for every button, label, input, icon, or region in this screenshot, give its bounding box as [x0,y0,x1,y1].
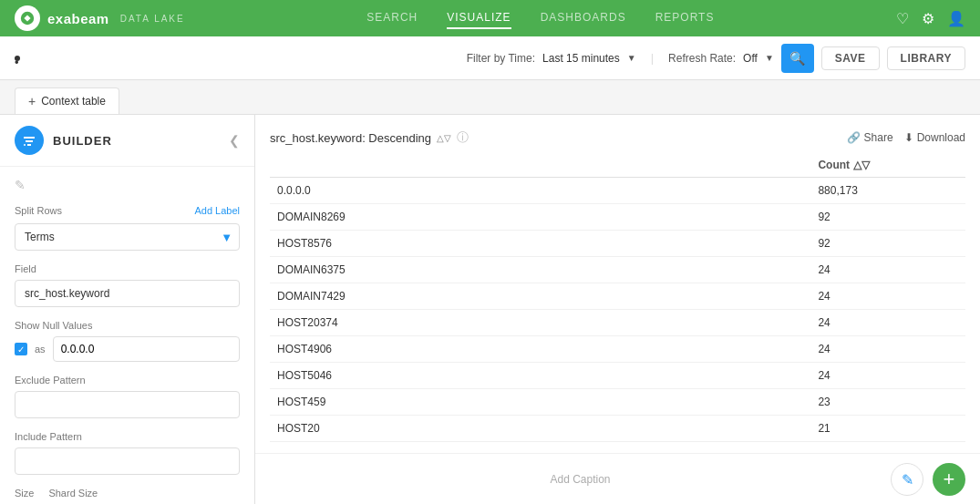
host-cell: HOST5046 [270,363,810,389]
exclude-pattern-input[interactable] [15,391,240,418]
footer-actions: ✎ + [891,463,965,496]
data-panel-header: src_host.keyword: Descending △▽ ⓘ 🔗 Shar… [270,129,965,146]
plus-icon: + [28,94,36,108]
top-navigation: exabeam DATA LAKE SEARCH VISUALIZE DASHB… [0,0,980,36]
gear-icon[interactable]: ⚙ [922,10,934,27]
count-cell: 24 [810,310,965,336]
save-button[interactable]: SAVE [821,46,880,70]
host-cell: DOMAIN7429 [270,283,810,310]
table-row: DOMAIN8269 92 [270,204,965,231]
add-fab-button[interactable]: + [933,463,965,496]
table-row: HOST5046 24 [270,363,965,389]
refresh-value[interactable]: Off [743,52,758,65]
count-cell: 24 [810,363,965,389]
host-cell: HOST20374 [270,310,810,336]
logo-icon [15,5,40,31]
toolbar-left: • [15,56,20,61]
share-link[interactable]: 🔗 Share [847,131,893,144]
table-row: DOMAIN6375 24 [270,257,965,283]
count-cell: 24 [810,257,965,283]
table-row: HOST459 23 [270,389,965,416]
field-input[interactable] [15,280,240,307]
collapse-button[interactable]: ❮ [229,133,240,148]
download-link[interactable]: ⬇ Download [904,131,965,144]
builder-title: BUILDER [53,134,220,148]
host-cell: DOMAIN6375 [270,257,810,283]
count-cell: 24 [810,336,965,363]
table-title: src_host.keyword: Descending △▽ ⓘ [270,129,469,146]
include-pattern-section: Include Pattern [0,431,254,488]
edit-icon[interactable]: ✎ [0,167,254,192]
nav-reports[interactable]: REPORTS [655,7,715,29]
main-nav: SEARCH VISUALIZE DASHBOARDS REPORTS [366,7,714,29]
main-content: BUILDER ❮ ✎ Split Rows Add Label Terms ▼… [0,115,980,504]
filter-label: Filter by Time: [467,52,535,65]
show-null-label: Show Null Values [15,320,240,331]
split-rows-section: Split Rows Add Label Terms ▼ [0,192,254,263]
table-row: HOST20 21 [270,416,965,442]
info-icon[interactable]: ⓘ [457,129,469,146]
edit-fab-button[interactable]: ✎ [891,463,923,496]
exclude-pattern-section: Exclude Pattern [0,375,254,431]
field-section: Field [0,263,254,320]
download-icon: ⬇ [904,131,913,144]
col-count[interactable]: Count △▽ [810,153,965,178]
host-cell: HOST8576 [270,231,810,257]
split-rows-header: Split Rows Add Label [15,205,240,216]
sort-icon[interactable]: △▽ [437,133,451,143]
as-label: as [35,344,46,355]
host-cell: DOMAIN8269 [270,204,810,231]
null-value-input[interactable] [53,336,240,362]
user-icon[interactable]: 👤 [947,10,965,27]
add-label-link[interactable]: Add Label [194,205,240,216]
share-icon: 🔗 [847,131,861,144]
svg-point-1 [24,144,26,146]
col-host [270,153,810,178]
table-row: HOST8576 92 [270,231,965,257]
table-body: 0.0.0.0 880,173 DOMAIN8269 92 HOST8576 9… [270,178,965,442]
bell-icon[interactable]: ♡ [896,10,909,27]
export-row: Export: Raw ⬇ Formatted ⬇ [270,442,965,453]
data-table: Count △▽ 0.0.0.0 880,173 DOMAIN8269 92 H… [270,153,965,442]
add-caption-link[interactable]: Add Caption [270,473,891,486]
sidebar-header: BUILDER ❮ [0,115,254,167]
panel-footer: Add Caption ✎ + [255,453,980,504]
library-button[interactable]: LIBRARY [887,46,965,70]
table-row: DOMAIN7429 24 [270,283,965,310]
search-button[interactable]: 🔍 [781,44,814,73]
count-cell: 92 [810,231,965,257]
count-cell: 23 [810,389,965,416]
include-pattern-label: Include Pattern [15,431,240,442]
column-name: src_host.keyword: Descending [270,131,431,145]
show-null-checkbox[interactable] [15,343,27,355]
nav-dashboards[interactable]: DASHBOARDS [541,7,626,29]
action-links: 🔗 Share ⬇ Download [847,131,965,144]
nav-icons: ♡ ⚙ 👤 [896,10,965,27]
size-section: Size Shard Size [0,488,254,504]
host-cell: HOST20 [270,416,810,442]
context-table-tab[interactable]: + Context table [15,87,119,114]
nav-search[interactable]: SEARCH [366,7,418,29]
brand-area: exabeam DATA LAKE [15,5,185,31]
refresh-arrow[interactable]: ▼ [765,53,774,63]
toolbar-dot: • [15,56,20,61]
filter-time-arrow[interactable]: ▼ [627,53,636,63]
terms-select[interactable]: Terms [15,223,240,251]
host-cell: HOST4906 [270,336,810,363]
context-tab-label: Context table [41,95,106,108]
tab-bar: + Context table [0,80,980,115]
shard-size-label: Shard Size [48,488,98,499]
include-pattern-input[interactable] [15,447,240,475]
data-panel: src_host.keyword: Descending △▽ ⓘ 🔗 Shar… [255,115,980,453]
filter-time-value[interactable]: Last 15 minutes [542,52,620,65]
host-cell: 0.0.0.0 [270,178,810,204]
brand-subtitle: DATA LAKE [120,14,185,24]
count-cell: 92 [810,204,965,231]
exclude-pattern-label: Exclude Pattern [15,375,240,386]
count-cell: 21 [810,416,965,442]
count-cell: 880,173 [810,178,965,204]
nav-visualize[interactable]: VISUALIZE [447,7,511,29]
table-row: HOST20374 24 [270,310,965,336]
count-sort-icon: △▽ [853,159,870,171]
sidebar: BUILDER ❮ ✎ Split Rows Add Label Terms ▼… [0,115,255,504]
